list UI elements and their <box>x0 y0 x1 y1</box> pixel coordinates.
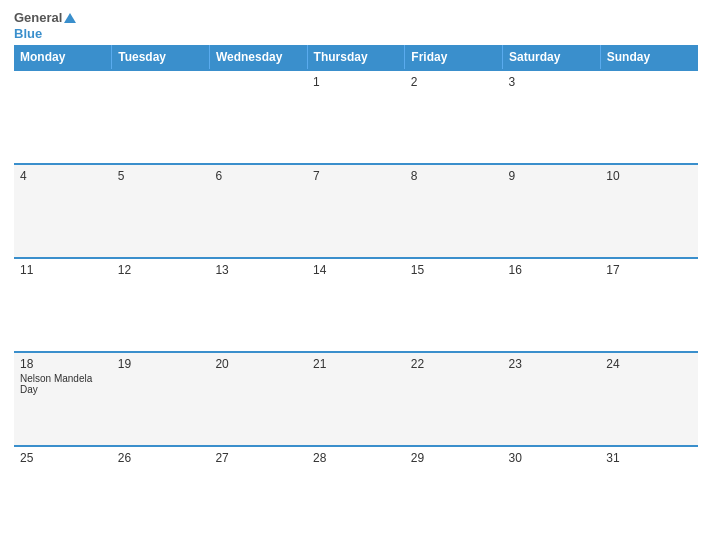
table-row: 22 <box>405 352 503 446</box>
week-row: 11121314151617 <box>14 258 698 352</box>
calendar-header: General Blue <box>14 10 698 41</box>
table-row: 10 <box>600 164 698 258</box>
week-row: 123 <box>14 70 698 164</box>
table-row: 3 <box>503 70 601 164</box>
table-row: 23 <box>503 352 601 446</box>
table-row <box>209 70 307 164</box>
col-friday: Friday <box>405 45 503 70</box>
table-row: 4 <box>14 164 112 258</box>
table-row: 8 <box>405 164 503 258</box>
table-row: 1 <box>307 70 405 164</box>
logo: General Blue <box>14 10 76 41</box>
table-row: 5 <box>112 164 210 258</box>
logo-blue-text: Blue <box>14 26 42 42</box>
table-row: 17 <box>600 258 698 352</box>
logo-general-text: General <box>14 10 62 26</box>
table-row: 13 <box>209 258 307 352</box>
col-thursday: Thursday <box>307 45 405 70</box>
table-row: 16 <box>503 258 601 352</box>
table-row <box>14 70 112 164</box>
table-row: 9 <box>503 164 601 258</box>
table-row: 18Nelson Mandela Day <box>14 352 112 446</box>
table-row: 24 <box>600 352 698 446</box>
table-row: 7 <box>307 164 405 258</box>
col-saturday: Saturday <box>503 45 601 70</box>
col-tuesday: Tuesday <box>112 45 210 70</box>
table-row: 6 <box>209 164 307 258</box>
table-row: 31 <box>600 446 698 540</box>
table-row: 2 <box>405 70 503 164</box>
col-monday: Monday <box>14 45 112 70</box>
table-row: 30 <box>503 446 601 540</box>
table-row: 21 <box>307 352 405 446</box>
table-row <box>112 70 210 164</box>
table-row: 19 <box>112 352 210 446</box>
table-row: 20 <box>209 352 307 446</box>
col-wednesday: Wednesday <box>209 45 307 70</box>
table-row: 26 <box>112 446 210 540</box>
col-sunday: Sunday <box>600 45 698 70</box>
header-row: Monday Tuesday Wednesday Thursday Friday… <box>14 45 698 70</box>
table-row: 12 <box>112 258 210 352</box>
table-row: 29 <box>405 446 503 540</box>
table-row: 11 <box>14 258 112 352</box>
calendar-table: Monday Tuesday Wednesday Thursday Friday… <box>14 45 698 540</box>
table-row: 15 <box>405 258 503 352</box>
table-row: 27 <box>209 446 307 540</box>
week-row: 25262728293031 <box>14 446 698 540</box>
table-row: 25 <box>14 446 112 540</box>
week-row: 45678910 <box>14 164 698 258</box>
week-row: 18Nelson Mandela Day192021222324 <box>14 352 698 446</box>
table-row: 14 <box>307 258 405 352</box>
table-row <box>600 70 698 164</box>
table-row: 28 <box>307 446 405 540</box>
calendar-page: General Blue Monday Tuesday Wednesday Th… <box>0 0 712 550</box>
